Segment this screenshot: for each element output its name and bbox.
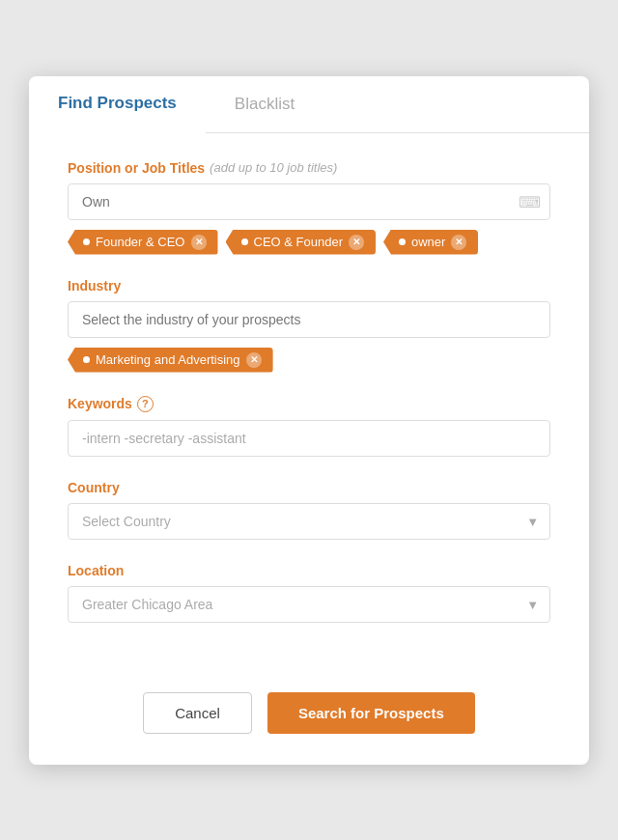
industry-input[interactable] (68, 301, 550, 338)
tag-owner: owner ✕ (383, 230, 478, 255)
industry-label: Industry (68, 278, 550, 294)
country-select-wrapper: Select Country ▼ (68, 503, 550, 540)
tag-dot (399, 238, 406, 245)
country-select[interactable]: Select Country (68, 503, 550, 540)
position-tags: Founder & CEO ✕ CEO & Founder ✕ owner ✕ (68, 230, 550, 255)
location-label: Location (68, 563, 550, 578)
country-field-group: Country Select Country ▼ (68, 480, 550, 540)
keywords-label: Keywords ? (68, 396, 550, 412)
country-label: Country (68, 480, 550, 495)
tag-founder-ceo: Founder & CEO ✕ (68, 230, 218, 255)
tab-bar: Find Prospects Blacklist (29, 76, 589, 133)
cancel-button[interactable]: Cancel (143, 692, 252, 734)
tag-close-marketing[interactable]: ✕ (246, 352, 262, 368)
tab-find-prospects[interactable]: Find Prospects (29, 76, 206, 133)
location-field-group: Location Greater Chicago Area ▼ (68, 563, 550, 623)
tag-dot (241, 238, 248, 245)
tab-blacklist[interactable]: Blacklist (206, 76, 323, 132)
tag-close-owner[interactable]: ✕ (451, 235, 466, 250)
location-select[interactable]: Greater Chicago Area (68, 586, 550, 623)
footer-actions: Cancel Search for Prospects (29, 677, 589, 765)
position-input[interactable] (68, 183, 550, 220)
keywords-input[interactable] (68, 420, 550, 457)
tag-dot (83, 238, 90, 245)
position-note: (add up to 10 job titles) (210, 160, 337, 175)
modal-container: Find Prospects Blacklist Position or Job… (29, 76, 589, 765)
position-label: Position or Job Titles (add up to 10 job… (68, 160, 550, 176)
keyboard-icon: ⌨ (519, 192, 541, 210)
industry-tags: Marketing and Advertising ✕ (68, 348, 550, 373)
tag-marketing-advertising: Marketing and Advertising ✕ (68, 348, 273, 373)
tag-close-ceo-founder[interactable]: ✕ (349, 235, 364, 250)
form-content: Position or Job Titles (add up to 10 job… (29, 133, 589, 677)
tag-close-founder-ceo[interactable]: ✕ (191, 235, 207, 250)
tag-ceo-founder: CEO & Founder ✕ (226, 230, 377, 255)
industry-field-group: Industry Marketing and Advertising ✕ (68, 278, 550, 373)
position-field-group: Position or Job Titles (add up to 10 job… (68, 160, 550, 255)
keywords-field-group: Keywords ? (68, 396, 550, 457)
tag-dot (83, 356, 90, 363)
position-input-wrapper: ⌨ (68, 183, 550, 220)
location-select-wrapper: Greater Chicago Area ▼ (68, 586, 550, 623)
keywords-help-icon[interactable]: ? (137, 396, 154, 412)
search-prospects-button[interactable]: Search for Prospects (267, 692, 475, 734)
